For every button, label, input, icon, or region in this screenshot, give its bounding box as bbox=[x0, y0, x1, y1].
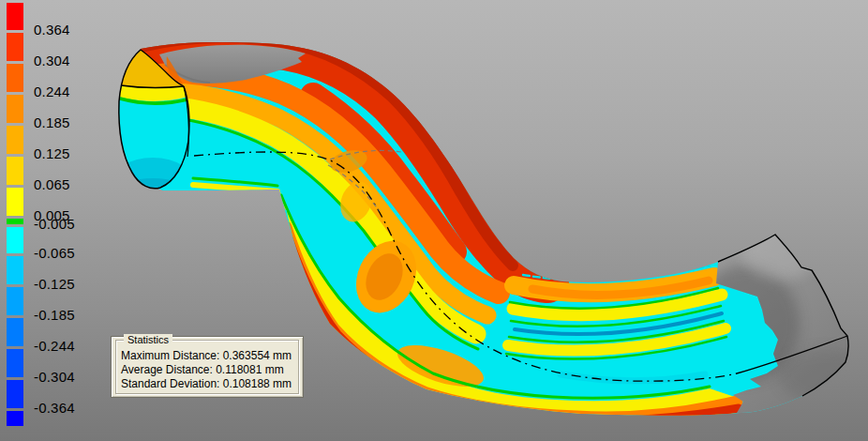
color-swatch bbox=[7, 188, 23, 216]
viewport-window: 0.3640.3040.2440.1850.1250.0650.005-0.00… bbox=[0, 0, 868, 441]
color-swatch bbox=[7, 95, 23, 123]
color-scale: 0.3640.3040.2440.1850.1250.0650.005-0.00… bbox=[0, 0, 94, 441]
color-swatch bbox=[7, 64, 23, 92]
colorbar-label: 0.065 bbox=[34, 176, 70, 193]
colorbar-label: -0.304 bbox=[34, 369, 75, 386]
statistics-lines: Maximum Distance: 0.363554 mmAverage Dis… bbox=[121, 349, 296, 391]
color-swatch bbox=[7, 380, 23, 408]
stat-line: Standard Deviation: 0.108188 mm bbox=[121, 377, 296, 391]
color-swatch bbox=[7, 227, 23, 253]
colorbar-label: -0.005 bbox=[34, 216, 75, 233]
color-swatch bbox=[7, 126, 23, 154]
colorbar-label: -0.065 bbox=[34, 245, 75, 262]
stat-line: Maximum Distance: 0.363554 mm bbox=[121, 349, 296, 363]
colorbar-label: 0.304 bbox=[34, 53, 70, 69]
colorbar-label: 0.244 bbox=[34, 84, 70, 100]
color-swatch bbox=[7, 3, 23, 30]
color-swatch bbox=[7, 256, 23, 284]
statistics-groupbox: Statistics Maximum Distance: 0.363554 mm… bbox=[115, 340, 299, 394]
colorbar-label: 0.185 bbox=[34, 114, 70, 131]
colorbar-label: -0.244 bbox=[34, 338, 75, 355]
colorbar-label: 0.364 bbox=[34, 22, 70, 38]
color-swatch bbox=[7, 219, 23, 224]
color-swatch bbox=[7, 287, 23, 315]
colorbar-label: -0.364 bbox=[34, 400, 75, 417]
stat-line: Average Distance: 0.118081 mm bbox=[121, 363, 296, 377]
colorbar-label: -0.185 bbox=[34, 307, 75, 324]
statistics-title: Statistics bbox=[124, 334, 172, 346]
colorbar-label: -0.125 bbox=[34, 276, 75, 293]
statistics-panel: Statistics Maximum Distance: 0.363554 mm… bbox=[111, 336, 304, 398]
color-swatch bbox=[7, 349, 23, 377]
color-swatch bbox=[7, 318, 23, 346]
color-swatch bbox=[7, 157, 23, 185]
color-swatch bbox=[7, 33, 23, 61]
color-swatch bbox=[7, 411, 23, 426]
colorbar-label: 0.125 bbox=[34, 145, 70, 162]
